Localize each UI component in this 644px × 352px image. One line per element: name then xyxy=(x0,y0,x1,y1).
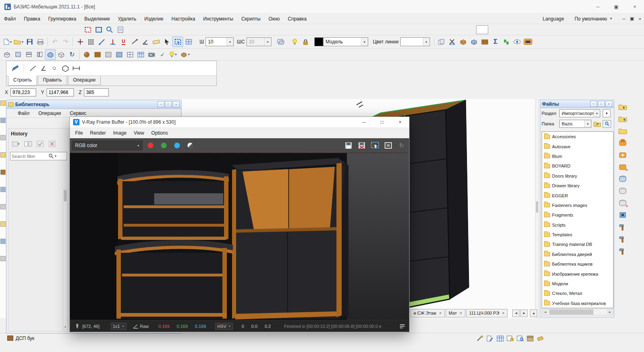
folder-item[interactable]: Training material DB xyxy=(542,239,613,249)
menu-window[interactable]: Окно xyxy=(265,16,284,22)
table-search-icon[interactable] xyxy=(515,334,525,343)
blue-channel-button[interactable] xyxy=(172,140,182,151)
dock-folder-icon[interactable] xyxy=(0,152,6,158)
folder-item[interactable]: Модели xyxy=(542,279,613,289)
blue-box-icon[interactable] xyxy=(114,49,124,60)
y-input[interactable] xyxy=(47,88,74,96)
thickness-select[interactable]: 10▼ xyxy=(247,37,271,46)
close-tab-icon[interactable]: × xyxy=(502,311,505,315)
close-button[interactable]: × xyxy=(391,117,409,127)
color-model-select[interactable]: HSV▼ xyxy=(215,323,233,330)
edit-notes-icon[interactable] xyxy=(485,334,495,343)
librarian-menu-operations[interactable]: Операции xyxy=(39,111,61,116)
line-tool-icon[interactable] xyxy=(27,63,38,74)
folder-item[interactable]: Drawer library xyxy=(542,181,613,190)
orbit-icon[interactable]: ↻ xyxy=(396,140,407,151)
history-search-input[interactable] xyxy=(12,154,49,159)
menu-file[interactable]: Файл xyxy=(0,16,20,22)
vfb-titlebar[interactable]: V-Ray Frame Buffer - [100.0% of 896 x 53… xyxy=(70,117,409,128)
folder-item[interactable]: Fragments xyxy=(542,210,613,220)
viewport-vertical-scrollbar[interactable] xyxy=(535,100,539,317)
region-render-icon[interactable] xyxy=(369,140,381,151)
sum-icon[interactable]: Σ xyxy=(490,37,501,47)
folder-select[interactable]: Bazis▼ xyxy=(559,120,591,128)
folder-item[interactable]: Autosave xyxy=(542,141,613,151)
zoom-region-icon[interactable] xyxy=(93,25,104,35)
minimize-button[interactable]: ─ xyxy=(157,101,164,107)
solid-dropdown-icon[interactable]: ▼ xyxy=(179,49,192,60)
scissors-icon[interactable] xyxy=(447,37,458,47)
snap-grid-icon[interactable] xyxy=(86,37,96,47)
model-delete-icon[interactable]: × xyxy=(618,198,628,208)
grid-box-icon[interactable] xyxy=(124,49,135,60)
open-library-folder-icon[interactable] xyxy=(618,125,628,136)
vfb-menu-view[interactable]: View xyxy=(130,130,148,136)
librarian-titlebar[interactable]: Библиотекарь ─ □ × xyxy=(6,100,181,109)
scrollbar-thumb[interactable] xyxy=(64,190,67,201)
panel-box-icon[interactable] xyxy=(458,37,469,47)
rotate-view-icon[interactable]: ↻ xyxy=(67,49,77,60)
vfb-menu-options[interactable]: Options xyxy=(148,130,171,136)
view-wire-icon[interactable] xyxy=(56,49,67,60)
folder-item[interactable]: EGGER xyxy=(542,190,613,200)
gray-box-icon[interactable] xyxy=(103,49,114,60)
dock-panel-icon[interactable] xyxy=(0,239,6,244)
compare-frame-icon[interactable] xyxy=(383,140,394,151)
material-box-icon[interactable] xyxy=(479,37,490,47)
view-front-icon[interactable] xyxy=(12,49,23,60)
folder-item[interactable]: Blum xyxy=(542,151,613,161)
folder-item[interactable]: Accessories xyxy=(542,132,613,141)
zoom-magnifier-icon[interactable] xyxy=(104,25,115,35)
spec-table-icon[interactable] xyxy=(495,334,505,343)
folder-item[interactable]: Templates xyxy=(542,230,613,239)
hammer-tool-icon[interactable] xyxy=(618,234,628,244)
maximize-button[interactable]: □ xyxy=(373,117,391,127)
section-select[interactable]: Импорт/экспорт▼ xyxy=(559,109,600,117)
history-reject-icon[interactable] xyxy=(46,139,58,149)
circle-tool-icon[interactable]: ○ xyxy=(49,63,60,74)
print-icon[interactable] xyxy=(35,37,46,47)
dock-material-icon[interactable] xyxy=(0,170,6,175)
scroll-left-icon[interactable]: ◄ xyxy=(542,309,548,315)
close-button[interactable]: × xyxy=(605,101,612,107)
view-iso-icon[interactable] xyxy=(2,49,12,60)
vfb-menu-image[interactable]: Image xyxy=(110,130,130,136)
light-dropdown-icon[interactable]: ▼ xyxy=(168,49,179,60)
tab-build[interactable]: Строить xyxy=(8,76,37,86)
layers-icon[interactable] xyxy=(275,37,286,47)
color-space-icon[interactable] xyxy=(133,324,139,329)
minimize-button[interactable]: ─ xyxy=(590,101,597,107)
cursor-select-icon[interactable] xyxy=(161,37,172,47)
dock-folder-icon[interactable] xyxy=(0,100,6,106)
color-mode[interactable]: Raw xyxy=(140,324,149,329)
menu-tools[interactable]: Инструменты xyxy=(199,16,237,22)
redo-icon[interactable]: ↷ xyxy=(60,37,71,47)
search-files-button[interactable] xyxy=(603,120,611,128)
scroll-right-icon[interactable]: ► xyxy=(607,309,613,315)
menu-grouping[interactable]: Группировка xyxy=(44,16,80,22)
close-tab-icon[interactable]: × xyxy=(439,311,442,315)
files-titlebar[interactable]: Файлы ─ □ × xyxy=(540,100,614,108)
close-button[interactable]: × xyxy=(626,0,644,13)
angle-tool-icon[interactable]: ∠ xyxy=(38,63,49,74)
folder-item[interactable]: Scripts xyxy=(542,220,613,230)
check-icon[interactable]: ✓ xyxy=(157,49,168,60)
chip-icon[interactable] xyxy=(618,210,628,220)
open-file-icon[interactable]: ▼ xyxy=(13,37,24,47)
ruler-icon[interactable] xyxy=(151,37,161,47)
new-file-icon[interactable]: ▼ xyxy=(2,37,13,47)
texture-box-icon[interactable] xyxy=(92,49,103,60)
folder-item[interactable]: Библиотека ящиков xyxy=(542,259,613,269)
polygon-tool-icon[interactable] xyxy=(60,63,71,74)
channel-select[interactable]: RGB color▼ xyxy=(72,141,143,150)
history-add-icon[interactable] xyxy=(10,139,22,149)
material-sphere-icon[interactable] xyxy=(81,49,92,60)
fragment-delete-icon[interactable]: × xyxy=(618,162,628,172)
doc-tab[interactable]: и СЖ Этаж× xyxy=(410,309,445,317)
export-folder-icon[interactable] xyxy=(618,113,628,124)
tabs-collapse-icon[interactable]: ▲ xyxy=(530,309,537,317)
hammer-tool-icon[interactable] xyxy=(618,222,628,232)
snap-perp-icon[interactable] xyxy=(107,37,118,47)
vfb-menu-file[interactable]: File xyxy=(71,130,86,136)
grid-frame-icon[interactable] xyxy=(183,37,194,47)
